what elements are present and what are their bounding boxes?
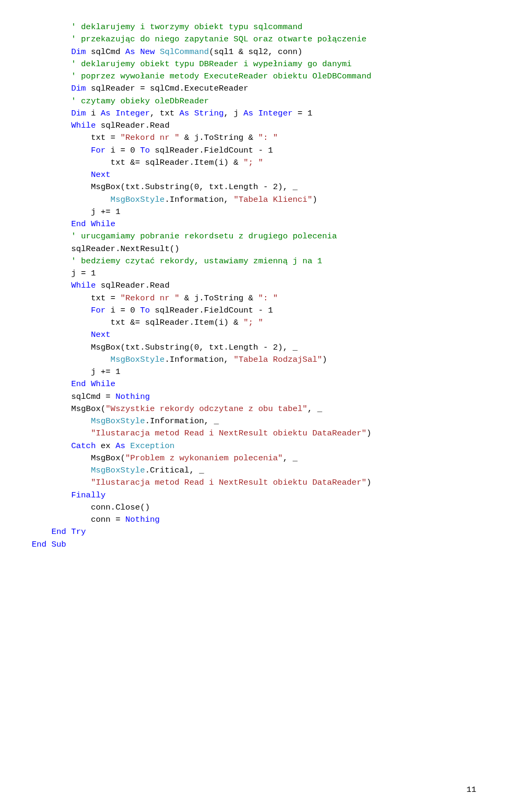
code-line: Dim sqlReader = sqlCmd.ExecuteReader bbox=[32, 83, 476, 95]
code-token: Finally bbox=[71, 490, 105, 500]
code-token: txt &= sqlReader.Item(i) & bbox=[111, 158, 243, 167]
code-token: ) bbox=[322, 355, 327, 364]
code-token: Nothing bbox=[125, 515, 160, 524]
code-line: MsgBoxStyle.Information, _ bbox=[32, 415, 476, 427]
code-token: "Ilustaracja metod Read i NextResult obi… bbox=[91, 478, 367, 487]
code-line: MsgBox(txt.Substring(0, txt.Length - 2),… bbox=[32, 181, 476, 193]
code-block: ' deklarujemy i tworzymy obiekt typu sql… bbox=[32, 21, 476, 551]
code-token: , _ bbox=[307, 404, 322, 414]
code-line: Dim sqlCmd As New SqlCommand(sql1 & sql2… bbox=[32, 46, 476, 58]
code-token: sqlCmd bbox=[86, 47, 125, 57]
code-line: ' bedziemy czytać rekordy, ustawiamy zmi… bbox=[32, 255, 476, 267]
code-token: sqlReader.FieldCount - 1 bbox=[150, 306, 273, 315]
code-token: As Integer bbox=[243, 109, 293, 118]
code-line: txt = "Rekord nr " & j.ToString & ": " bbox=[32, 132, 476, 144]
code-token: & j.ToString & bbox=[179, 293, 258, 303]
code-token: = 1 bbox=[293, 109, 312, 118]
code-token: As New bbox=[125, 47, 155, 57]
code-line: MsgBox(txt.Substring(0, txt.Length - 2),… bbox=[32, 342, 476, 354]
code-line: j = 1 bbox=[32, 267, 476, 280]
code-token: MsgBox(txt.Substring(0, txt.Length - 2),… bbox=[91, 343, 298, 352]
code-token: ": " bbox=[258, 293, 278, 303]
code-line: For i = 0 To sqlReader.FieldCount - 1 bbox=[32, 145, 476, 157]
code-token: "Problem z wykonaniem polecenia" bbox=[125, 453, 283, 463]
code-token: Dim bbox=[71, 84, 86, 93]
code-token: "Rekord nr " bbox=[120, 133, 179, 142]
code-line: ' urucgamiamy pobranie rekordsetu z drug… bbox=[32, 230, 476, 243]
code-line: ' deklarujemy obiekt typu DBReader i wyp… bbox=[32, 58, 476, 70]
code-token: MsgBoxStyle bbox=[91, 416, 145, 426]
code-token: "Rekord nr " bbox=[120, 293, 179, 303]
code-token: .Critical, _ bbox=[145, 466, 204, 475]
code-token: "Tabela Klienci" bbox=[233, 195, 312, 204]
code-line: While sqlReader.Read bbox=[32, 280, 476, 292]
code-token: Dim bbox=[71, 109, 86, 118]
code-token: ' poprzez wywołanie metody ExecuteReader… bbox=[71, 72, 371, 81]
code-token: , txt bbox=[150, 109, 179, 118]
code-line: End Sub bbox=[32, 539, 476, 551]
code-token: , _ bbox=[283, 453, 297, 463]
code-token: "; " bbox=[243, 318, 263, 327]
code-token: (sql1 & sql2, conn) bbox=[209, 47, 303, 57]
code-token bbox=[125, 441, 130, 451]
code-line: "Ilustaracja metod Read i NextResult obi… bbox=[32, 477, 476, 489]
code-token: Nothing bbox=[115, 392, 150, 401]
code-token: To bbox=[140, 146, 150, 155]
code-token: sqlReader = sqlCmd.ExecuteReader bbox=[86, 84, 248, 93]
code-token: "Tabela RodzajSal" bbox=[233, 355, 322, 364]
code-token: MsgBox(txt.Substring(0, txt.Length - 2),… bbox=[91, 182, 298, 192]
code-token: conn = bbox=[91, 515, 125, 524]
code-token: txt = bbox=[91, 293, 121, 303]
code-token: MsgBox( bbox=[71, 404, 105, 414]
code-token: As bbox=[115, 441, 125, 451]
code-token: For bbox=[91, 146, 106, 155]
code-token: Catch bbox=[71, 441, 96, 451]
code-token: While bbox=[71, 281, 96, 290]
code-token: ex bbox=[96, 441, 115, 451]
code-line: ' deklarujemy i tworzymy obiekt typu sql… bbox=[32, 21, 476, 33]
code-token: ' przekazując do niego zapytanie SQL ora… bbox=[71, 34, 366, 44]
code-token: ' deklarujemy i tworzymy obiekt typu sql… bbox=[71, 22, 302, 32]
code-token: Next bbox=[91, 330, 111, 340]
code-token: Next bbox=[91, 170, 111, 180]
code-token: "; " bbox=[243, 158, 263, 167]
code-token: End Sub bbox=[32, 540, 66, 549]
code-token: sqlReader.Read bbox=[96, 281, 170, 290]
code-line: conn.Close() bbox=[32, 502, 476, 514]
code-token: End While bbox=[71, 219, 115, 229]
code-line: Next bbox=[32, 169, 476, 181]
code-line: txt &= sqlReader.Item(i) & "; " bbox=[32, 317, 476, 329]
code-token: Exception bbox=[130, 441, 175, 451]
code-token: ) bbox=[367, 478, 371, 487]
code-line: j += 1 bbox=[32, 206, 476, 218]
code-token: MsgBoxStyle bbox=[111, 195, 165, 204]
code-token: ' bedziemy czytać rekordy, ustawiamy zmi… bbox=[71, 256, 322, 266]
code-token: ": " bbox=[258, 133, 278, 142]
code-token: While bbox=[71, 121, 96, 130]
code-token: sqlReader.FieldCount - 1 bbox=[150, 146, 273, 155]
code-token bbox=[155, 47, 160, 57]
code-token: .Information, _ bbox=[145, 416, 219, 426]
code-line: MsgBox("Problem z wykonaniem polecenia",… bbox=[32, 452, 476, 465]
code-token: SqlCommand bbox=[160, 47, 209, 57]
code-token: "Ilustaracja metod Read i NextResult obi… bbox=[91, 429, 367, 438]
code-token: i = 0 bbox=[106, 306, 140, 315]
code-line: ' czytamy obieky oleDbReader bbox=[32, 95, 476, 108]
code-line: End Try bbox=[32, 526, 476, 538]
code-line: MsgBoxStyle.Information, "Tabela Klienci… bbox=[32, 194, 476, 206]
code-line: conn = Nothing bbox=[32, 514, 476, 526]
code-line: MsgBoxStyle.Information, "Tabela RodzajS… bbox=[32, 354, 476, 366]
code-line: While sqlReader.Read bbox=[32, 120, 476, 132]
code-token: sqlReader.Read bbox=[96, 121, 170, 130]
code-line: End While bbox=[32, 378, 476, 390]
code-token: i = 0 bbox=[106, 146, 140, 155]
code-line: MsgBoxStyle.Critical, _ bbox=[32, 465, 476, 477]
code-token: End Try bbox=[51, 527, 86, 537]
code-token: .Information, bbox=[165, 195, 233, 204]
code-token: ' urucgamiamy pobranie rekordsetu z drug… bbox=[71, 231, 337, 241]
code-token: conn.Close() bbox=[91, 503, 150, 512]
code-token: .Information, bbox=[165, 355, 233, 364]
code-token: MsgBoxStyle bbox=[91, 466, 145, 475]
code-line: txt &= sqlReader.Item(i) & "; " bbox=[32, 157, 476, 169]
code-token: To bbox=[140, 306, 150, 315]
